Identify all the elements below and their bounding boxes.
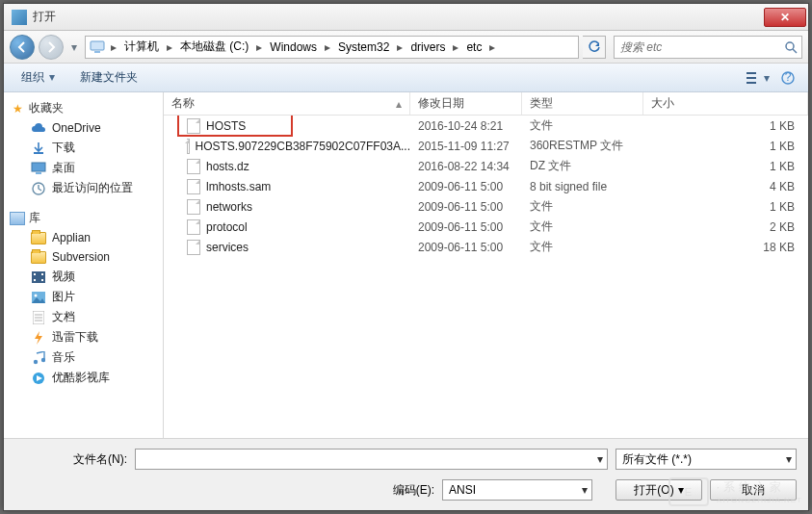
chevron-right-icon[interactable]: ▸ xyxy=(451,37,460,58)
organize-button[interactable]: 组织 ▾ xyxy=(12,66,66,89)
breadcrumb-item[interactable]: System32 xyxy=(332,37,395,58)
history-dropdown-icon[interactable]: ▾ xyxy=(67,35,81,60)
folder-icon xyxy=(31,230,46,245)
file-name: lmhosts.sam xyxy=(206,180,271,193)
close-button[interactable]: ✕ xyxy=(764,8,806,27)
file-row[interactable]: lmhosts.sam2009-06-11 5:008 bit signed f… xyxy=(164,176,808,196)
sidebar-item[interactable]: 迅雷下载 xyxy=(4,327,163,347)
chevron-right-icon[interactable]: ▸ xyxy=(254,37,264,58)
breadcrumb-item[interactable]: 本地磁盘 (C:) xyxy=(174,37,254,58)
file-name: hosts.dz xyxy=(206,160,249,173)
search-box[interactable] xyxy=(614,36,802,59)
encoding-label: 编码(E): xyxy=(393,482,434,499)
svg-point-25 xyxy=(40,357,44,361)
file-type: DZ 文件 xyxy=(522,158,643,174)
sidebar-item[interactable]: 下载 xyxy=(4,138,163,158)
sidebar-item-label: 图片 xyxy=(52,289,75,305)
document-icon xyxy=(31,310,46,325)
breadcrumb[interactable]: ▸ 计算机▸本地磁盘 (C:)▸Windows▸System32▸drivers… xyxy=(85,36,579,59)
file-row[interactable]: networks2009-06-11 5:00文件1 KB xyxy=(164,196,808,217)
open-button[interactable]: 打开(O)▾ xyxy=(616,479,702,501)
desktop-icon xyxy=(31,161,46,176)
file-icon xyxy=(187,219,200,235)
help-button[interactable]: ? xyxy=(775,67,800,89)
filetype-filter[interactable]: 所有文件 (*.*) ▾ xyxy=(616,449,797,470)
breadcrumb-item[interactable]: Windows xyxy=(264,37,323,58)
file-icon xyxy=(187,199,200,215)
column-size[interactable]: 大小 xyxy=(643,92,808,115)
file-name: services xyxy=(206,241,249,254)
filename-combo[interactable]: ▾ xyxy=(135,449,608,470)
file-row[interactable]: services2009-06-11 5:00文件18 KB xyxy=(164,237,808,257)
svg-rect-5 xyxy=(747,77,756,79)
column-name[interactable]: 名称▴ xyxy=(164,92,410,115)
chevron-right-icon[interactable]: ▸ xyxy=(487,37,497,58)
sidebar-item[interactable]: 最近访问的位置 xyxy=(4,178,163,198)
svg-rect-15 xyxy=(34,279,36,281)
chevron-right-icon[interactable]: ▸ xyxy=(395,37,405,58)
file-row[interactable]: protocol2009-06-11 5:00文件2 KB xyxy=(164,217,808,237)
library-icon xyxy=(10,211,25,226)
sidebar-item[interactable]: 视频 xyxy=(4,267,163,287)
file-row[interactable]: HOSTS2016-10-24 8:21文件1 KB xyxy=(164,116,808,136)
breadcrumb-item[interactable]: 计算机 xyxy=(118,37,165,58)
breadcrumb-item[interactable]: etc xyxy=(460,37,487,58)
star-icon: ★ xyxy=(10,101,25,116)
libraries-title[interactable]: 库 xyxy=(4,208,163,228)
sidebar-item-label: 音乐 xyxy=(52,349,75,366)
bottom-panel: 文件名(N): ▾ 所有文件 (*.*) ▾ 编码(E): ANSI ▾ 打开(… xyxy=(4,438,808,510)
sidebar-item[interactable]: Applian xyxy=(4,228,163,247)
sidebar-item[interactable]: 文档 xyxy=(4,307,163,327)
refresh-button[interactable] xyxy=(583,36,606,59)
chevron-right-icon[interactable]: ▸ xyxy=(165,37,174,58)
toolbar: 组织 ▾ 新建文件夹 ▾ ? xyxy=(4,64,808,92)
sidebar-item[interactable]: 图片 xyxy=(4,287,163,307)
sidebar-item[interactable]: 桌面 xyxy=(4,158,163,178)
column-date[interactable]: 修改日期 xyxy=(410,92,522,115)
svg-rect-0 xyxy=(91,41,104,50)
search-icon xyxy=(780,40,801,54)
new-folder-button[interactable]: 新建文件夹 xyxy=(70,66,147,89)
chevron-down-icon: ▾ xyxy=(762,71,772,85)
file-date: 2009-06-11 5:00 xyxy=(410,200,522,214)
column-type[interactable]: 类型 xyxy=(522,92,643,115)
filename-label: 文件名(N): xyxy=(15,451,127,468)
view-options-button[interactable]: ▾ xyxy=(747,67,772,89)
file-date: 2016-08-22 14:34 xyxy=(410,160,522,173)
search-input[interactable] xyxy=(615,40,780,54)
download-icon xyxy=(31,141,46,156)
chevron-down-icon: ▾ xyxy=(597,452,603,466)
thunder-icon xyxy=(31,330,46,346)
file-row[interactable]: HOSTS.907229CB38F75902C07FF03A...2015-11… xyxy=(164,136,808,156)
encoding-value: ANSI xyxy=(449,483,476,497)
encoding-select[interactable]: ANSI ▾ xyxy=(442,479,592,501)
file-date: 2015-11-09 11:27 xyxy=(410,140,522,153)
sidebar-item[interactable]: 优酷影视库 xyxy=(4,368,163,388)
folder-icon xyxy=(31,249,46,265)
chevron-right-icon[interactable]: ▸ xyxy=(323,37,332,58)
sidebar-item-label: 最近访问的位置 xyxy=(52,180,133,196)
cancel-button[interactable]: 取消 xyxy=(710,479,797,501)
chevron-right-icon[interactable]: ▸ xyxy=(109,37,118,58)
file-list[interactable]: HOSTS2016-10-24 8:21文件1 KBHOSTS.907229CB… xyxy=(164,116,808,438)
svg-point-2 xyxy=(786,42,794,50)
sidebar-item-label: 视频 xyxy=(52,269,75,285)
sidebar-item[interactable]: 音乐 xyxy=(4,347,163,368)
file-type: 文件 xyxy=(522,117,643,134)
breadcrumb-item[interactable]: drivers xyxy=(405,37,451,58)
forward-button[interactable] xyxy=(39,35,64,60)
video-icon xyxy=(31,270,46,285)
sidebar-item-label: Applian xyxy=(52,231,91,244)
svg-rect-13 xyxy=(32,271,45,283)
sidebar-item[interactable]: OneDrive xyxy=(4,118,163,138)
back-button[interactable] xyxy=(10,35,35,60)
file-size: 18 KB xyxy=(643,241,808,254)
cloud-icon xyxy=(31,120,46,136)
file-date: 2009-06-11 5:00 xyxy=(410,241,522,254)
sidebar-item[interactable]: Subversion xyxy=(4,247,163,267)
favorites-title[interactable]: ★ 收藏夹 xyxy=(4,98,163,118)
file-icon xyxy=(187,118,200,134)
svg-rect-16 xyxy=(41,273,43,275)
sidebar-item-label: 下载 xyxy=(52,140,75,156)
file-row[interactable]: hosts.dz2016-08-22 14:34DZ 文件1 KB xyxy=(164,156,808,176)
